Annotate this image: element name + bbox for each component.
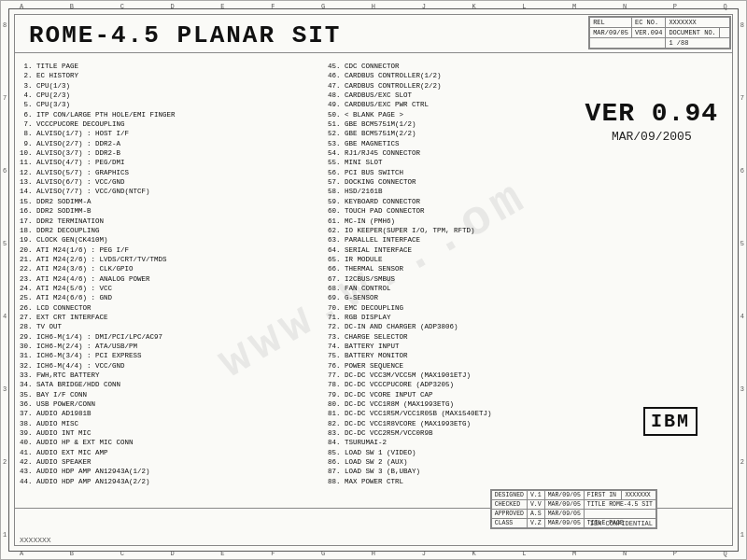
grid-top: ABCDE FGHJK LMNPQ: [20, 3, 727, 10]
list-item: 53. GBE MAGNETICS: [328, 139, 727, 148]
list-item: 73. CHARGE SELECTOR: [328, 332, 727, 342]
list-item: 16. DDR2 SODIMM-B: [20, 206, 318, 216]
list-item: 66. THERMAL SENSOR: [328, 264, 727, 273]
list-item: 42. AUDIO SPEAKER: [20, 457, 318, 467]
list-item: 41. AUDIO EXT MIC AMP: [20, 448, 318, 457]
list-item: 86. LOAD SW 2 (AUX): [328, 457, 727, 467]
grid-right: 87654321: [740, 21, 744, 539]
list-item: 47. CARDBUS CONTROLLER(2/2): [328, 81, 727, 91]
list-item: 10. ALVISO(3/7) : DDR2-B: [20, 148, 318, 158]
list-item: 13. ALVISO(6/7) : VCC/GND: [20, 177, 318, 187]
list-item: 17. DDR2 TERMINATION: [20, 217, 318, 226]
list-item: 18. DDR2 DECOUPLING: [20, 226, 318, 235]
approved-label: APPROVED: [491, 510, 527, 519]
list-item: 35. BAY I/F CONN: [20, 390, 318, 399]
list-item: 23. ATI M24(4/6) : ANALOG POWER: [20, 274, 318, 284]
docno-label: DOCUMENT NO.: [666, 28, 719, 38]
list-item: 39. AUDIO INT MIC: [20, 428, 318, 438]
list-item: 87. LOAD SW 3 (B,UBAY): [328, 467, 727, 476]
list-item: 6. ITP CON/LARGE PTH HOLE/EMI FINGER: [20, 110, 318, 119]
list-item: 55. MINI SLOT: [328, 158, 727, 167]
list-item: 26. LCD CONNECTOR: [20, 303, 318, 313]
rel-label: REL: [590, 18, 632, 28]
list-item: 2. EC HISTORY: [20, 71, 318, 80]
list-item: 56. PCI BUS SWITCH: [328, 168, 727, 177]
list-item: 75. BATTERY MONITOR: [328, 351, 727, 360]
list-item: 22. ATI M24(3/6) : CLK/GPIO: [20, 264, 318, 273]
list-item: 1. TITLE PAGE: [20, 62, 318, 71]
list-item: 4. CPU(2/3): [20, 91, 318, 100]
list-item: 64. SERIAL INTERFACE: [328, 245, 727, 255]
list-item: 51. GBE BCM5751M(1/2): [328, 119, 727, 129]
list-item: 72. DC-IN AND CHARGER (ADP3806): [328, 322, 727, 331]
list-item: 19. CLOCK GEN(CK410M): [20, 235, 318, 245]
list-item: 7. VCCCPUCORE DECOUPLING: [20, 119, 318, 129]
list-item: 70. EMC DECOUPLING: [328, 303, 727, 313]
left-item-list: 1. TITLE PAGE 2. EC HISTORY 3. CPU(1/3) …: [20, 62, 318, 486]
list-item: 38. AUDIO MISC: [20, 419, 318, 428]
list-item: 63. PARALLEL INTERFACE: [328, 235, 727, 245]
left-column: 1. TITLE PAGE 2. EC HISTORY 3. CPU(1/3) …: [20, 62, 318, 508]
list-item: 60. TOUCH PAD CONNECTOR: [328, 206, 727, 216]
list-item: 43. AUDIO HDP AMP AN12943A(1/2): [20, 467, 318, 476]
list-item: 9. ALVISO(2/7) : DDR2-A: [20, 139, 318, 148]
class-ver: V.Z: [527, 519, 544, 528]
checked-label: CHECKED: [491, 500, 527, 510]
list-item: 45. CDC CONNECTOR: [328, 62, 727, 71]
class-label: CLASS: [491, 519, 527, 528]
list-item: 3. CPU(1/3): [20, 81, 318, 91]
approved-date: MAR/09/05: [544, 510, 584, 519]
first-in-label: FIRST IN: [584, 491, 622, 500]
title-rome-label: TITLE ROME-4.5 SIT: [584, 500, 655, 510]
list-item: 25. ATI M24(6/6) : GND: [20, 293, 318, 302]
grid-bottom: ABCDE FGHJK LMNPQ: [20, 550, 727, 557]
bottom-block: XXXXXXX IBM DESIGNED V.1 MAR/09/05 FIRST…: [20, 536, 727, 544]
list-item: 11. ALVISO(4/7) : PEG/DMI: [20, 158, 318, 167]
list-item: 76. POWER SEQUENCE: [328, 361, 727, 371]
designed-label: DESIGNED: [491, 491, 527, 500]
approved-ver: A.S: [527, 510, 544, 519]
list-item: 68. FAN CONTROL: [328, 284, 727, 293]
list-item: 52. GBE BCM5751M(2/2): [328, 129, 727, 138]
list-item: 20. ATI M24(1/6) : PEG I/F: [20, 245, 318, 255]
first-in-val: XXXXXXX: [622, 491, 656, 500]
list-item: 58. HSD/2161B: [328, 187, 727, 196]
list-item: 8. ALVISO(1/7) : HOST I/F: [20, 129, 318, 138]
ec-no-label: EC NO.: [631, 18, 665, 28]
list-item: 59. KEYBOARD CONNECTOR: [328, 197, 727, 206]
list-item: 21. ATI M24(2/6) : LVDS/CRT/TV/TMDS: [20, 255, 318, 264]
list-item: 79. DC-DC VCORE INPUT CAP: [328, 390, 727, 399]
list-item: 85. LOAD SW 1 (VIDEO): [328, 448, 727, 457]
bottom-left-text: XXXXXXX: [20, 536, 51, 544]
checked-date: MAR/09/05: [544, 500, 584, 510]
docno-val: [719, 28, 729, 38]
right-column: 45. CDC CONNECTOR46. CARDBUS CONTROLLER(…: [318, 62, 727, 508]
title-block: REL EC NO. XXXXXXX MAR/09/05 VER.094 DOC…: [588, 16, 731, 49]
page-count: 1 /88: [666, 38, 730, 49]
list-item: 71. RGB DISPLAY: [328, 313, 727, 322]
list-item: 29. ICH6-M(1/4) : DMI/PCI/LPC/AC97: [20, 332, 318, 342]
list-item: 44. AUDIO HDP AMP AN12943A(2/2): [20, 477, 318, 486]
list-item: 14. ALVISO(7/7) : VCC/GND(NTCF): [20, 187, 318, 196]
list-item: 61. MC-IN (PMH6): [328, 217, 727, 226]
list-item: 77. DC-DC VCC3M/VCC5M (MAX1901ETJ): [328, 371, 727, 380]
list-item: 33. FWH,RTC BATTERY: [20, 371, 318, 380]
list-item: 54. RJ1/RJ45 CONNECTOR: [328, 148, 727, 158]
list-item: 37. AUDIO AD1981B: [20, 409, 318, 418]
list-item: 36. USB POWER/CONN: [20, 399, 318, 409]
checked-ver: V.V: [527, 500, 544, 510]
class-date: MAR/09/05: [544, 519, 584, 528]
date-val: MAR/09/05: [590, 28, 632, 38]
list-item: 78. DC-DC VCCCPUCORE (ADP3205): [328, 380, 727, 389]
list-item: 27. EXT CRT INTERFACE: [20, 313, 318, 322]
document-page: ABCDE FGHJK LMNPQ ABCDE FGHJK LMNPQ 8765…: [0, 0, 747, 560]
list-item: 31. ICH6-M(3/4) : PCI EXPRESS: [20, 351, 318, 360]
list-item: 49. CARDBUS/EXC PWR CTRL: [328, 100, 727, 109]
page-title: ROME-4.5 PLANAR SIT: [29, 21, 341, 49]
list-item: 57. DOCKING CONNECTOR: [328, 177, 727, 187]
list-item: 88. MAX POWER CTRL: [328, 477, 727, 486]
list-item: 34. SATA BRIDGE/HDD CONN: [20, 380, 318, 389]
list-item: 5. CPU(3/3): [20, 100, 318, 109]
doc-ref: XXXXXXX: [666, 18, 730, 28]
designed-date: MAR/09/05: [544, 491, 584, 500]
